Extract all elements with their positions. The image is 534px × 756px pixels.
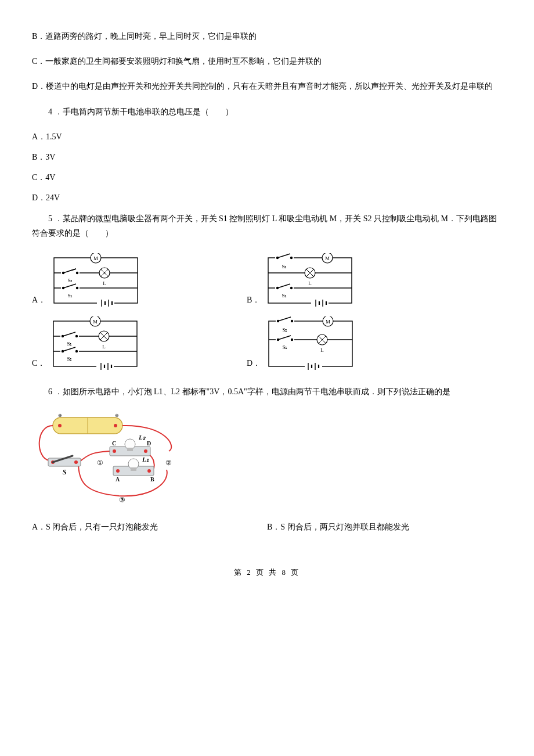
svg-rect-75 xyxy=(269,321,352,366)
svg-point-32 xyxy=(290,257,293,259)
svg-point-10 xyxy=(76,272,78,274)
q3-option-d: D．楼道中的电灯是由声控开关和光控开关共同控制的，只有在天暗并且有声音时才能亮，… xyxy=(32,79,502,93)
q3-option-b: B．道路两旁的路灯，晚上同时亮，早上同时灭，它们是串联的 xyxy=(32,29,502,44)
q5-label-b: B． xyxy=(247,293,260,308)
circuit-diagram-b: M S₂ L S₁ xyxy=(264,253,356,308)
svg-text:S₁: S₁ xyxy=(68,293,73,298)
svg-text:B: B xyxy=(150,476,154,483)
svg-text:S₂: S₂ xyxy=(68,278,73,283)
svg-text:M: M xyxy=(93,255,98,261)
svg-text:⊕: ⊕ xyxy=(58,413,62,418)
svg-rect-121 xyxy=(131,467,136,471)
q4-option-b: B．3V xyxy=(32,150,502,164)
svg-rect-0 xyxy=(54,258,138,303)
svg-point-58 xyxy=(75,335,78,337)
svg-text:S₂: S₂ xyxy=(282,264,287,269)
svg-text:②: ② xyxy=(165,459,172,467)
svg-point-111 xyxy=(144,449,147,453)
svg-text:L: L xyxy=(309,280,312,286)
q5-row-1: A． M S₂ L S₁ xyxy=(32,253,502,308)
q4-options: A．1.5V B．3V C．4V D．24V xyxy=(32,129,502,206)
circuit-diagram-d: S₂ M S₁ L xyxy=(264,316,357,372)
svg-point-86 xyxy=(291,339,293,341)
circuit-diagram-a: M S₂ L S₁ xyxy=(49,253,142,308)
svg-text:S₂: S₂ xyxy=(67,356,73,362)
svg-rect-93 xyxy=(305,364,322,369)
svg-rect-113 xyxy=(127,448,133,451)
q6-option-a: A．S 闭合后，只有一只灯泡能发光 xyxy=(32,520,267,534)
svg-text:D: D xyxy=(147,440,151,447)
svg-point-110 xyxy=(113,449,116,453)
svg-text:L: L xyxy=(103,280,106,286)
q4-option-a: A．1.5V xyxy=(32,129,502,144)
svg-point-67 xyxy=(75,350,78,352)
svg-text:③: ③ xyxy=(119,496,125,504)
svg-text:M: M xyxy=(325,255,330,261)
svg-text:M: M xyxy=(93,319,98,325)
q5-option-d: D． S₂ M S₁ L xyxy=(247,316,502,372)
q5-label-d: D． xyxy=(247,356,261,372)
svg-point-118 xyxy=(116,469,120,473)
svg-rect-51 xyxy=(53,321,137,366)
circuit-diagram-c: M S₁ L S₂ xyxy=(49,316,142,372)
svg-text:①: ① xyxy=(97,459,103,467)
q5-option-a: A． M S₂ L S₁ xyxy=(32,253,247,308)
q3-option-c: C．一般家庭的卫生间都要安装照明灯和换气扇，使用时互不影响，它们是并联的 xyxy=(32,54,502,69)
q6-options: A．S 闭合后，只有一只灯泡能发光 B．S 闭合后，两只灯泡并联且都能发光 xyxy=(32,520,502,534)
svg-point-106 xyxy=(74,460,78,464)
page-footer: 第 2 页 共 8 页 xyxy=(32,566,502,579)
q5-option-b: B． M S₂ L S₁ xyxy=(247,253,502,308)
svg-text:C: C xyxy=(112,440,116,447)
q4-option-d: D．24V xyxy=(32,190,502,205)
q4-option-c: C．4V xyxy=(32,170,502,185)
svg-point-102 xyxy=(114,424,117,427)
svg-text:S: S xyxy=(63,468,67,476)
svg-text:L: L xyxy=(103,344,106,350)
q5-stem: 5 ．某品牌的微型电脑吸尘器有两个开关，开关 S1 控制照明灯 L 和吸尘电动机… xyxy=(32,211,502,240)
q5-option-c: C． M S₁ L S₂ xyxy=(32,316,247,372)
q5-row-2: C． M S₁ L S₂ xyxy=(32,316,502,372)
svg-point-19 xyxy=(76,287,78,289)
svg-text:S₁: S₁ xyxy=(67,341,73,347)
svg-point-100 xyxy=(58,424,62,427)
svg-point-119 xyxy=(147,469,151,473)
q5-label-a: A． xyxy=(32,293,46,308)
q6-circuit-figure: ⊕ ⊖ S L₂ C D L₁ A B ① ② ③ xyxy=(32,412,189,505)
svg-text:L₂: L₂ xyxy=(138,434,146,441)
svg-text:S₁: S₁ xyxy=(283,344,288,350)
svg-point-79 xyxy=(291,320,293,322)
svg-text:A: A xyxy=(116,476,120,483)
svg-text:S₁: S₁ xyxy=(282,293,287,298)
q4-stem: 4 ．手电筒内两节新干电池串联的总电压是（ ） xyxy=(32,105,502,119)
svg-text:L: L xyxy=(320,347,324,353)
q5-label-c: C． xyxy=(32,356,45,372)
svg-text:L₁: L₁ xyxy=(142,456,149,463)
q6-option-b: B．S 闭合后，两只灯泡并联且都能发光 xyxy=(267,520,502,534)
svg-text:S₂: S₂ xyxy=(283,327,288,333)
svg-point-43 xyxy=(290,287,293,289)
svg-text:⊖: ⊖ xyxy=(115,413,119,418)
q6-stem: 6 ．如图所示电路中，小灯泡 L1、L2 都标有"3V，0.5A"字样，电源由两… xyxy=(32,384,502,399)
svg-text:M: M xyxy=(326,319,330,325)
